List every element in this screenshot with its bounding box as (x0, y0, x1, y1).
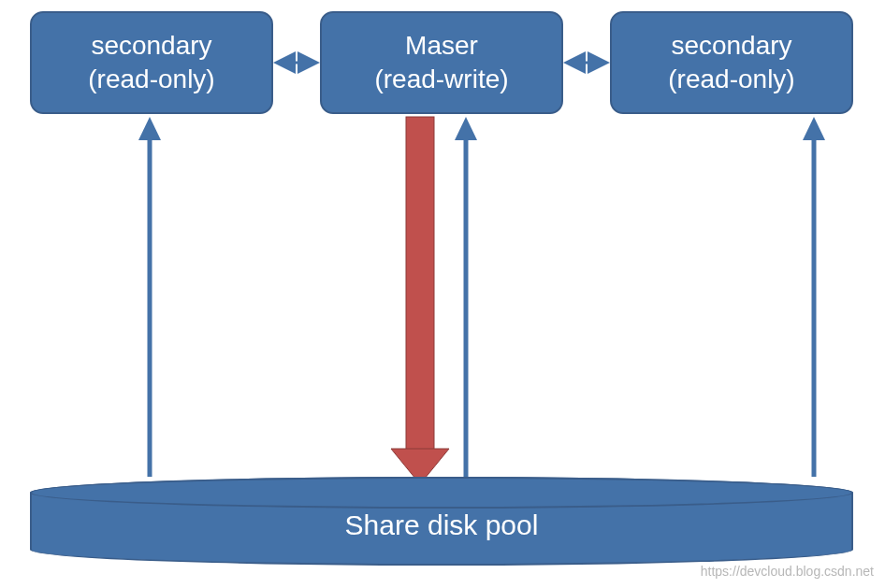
arrow-disk-to-master (455, 117, 477, 477)
secondary-right-title: secondary (671, 29, 791, 63)
share-disk-pool: Share disk pool (30, 477, 853, 566)
svg-marker-7 (803, 117, 825, 140)
arrow-disk-to-secondary-left (138, 117, 161, 477)
master-subtitle: (read-write) (374, 63, 508, 96)
disk-pool-label: Share disk pool (345, 509, 539, 541)
arrow-master-to-disk (391, 117, 449, 484)
master-title: Maser (405, 29, 478, 63)
svg-marker-3 (138, 117, 161, 140)
secondary-left-subtitle: (read-only) (88, 63, 214, 96)
svg-rect-8 (406, 117, 434, 453)
svg-marker-5 (455, 117, 477, 140)
secondary-left-box: secondary (read-only) (30, 11, 273, 114)
secondary-left-title: secondary (91, 29, 211, 63)
master-box: Maser (read-write) (320, 11, 563, 114)
secondary-right-box: secondary (read-only) (610, 11, 853, 114)
arrow-disk-to-secondary-right (803, 117, 825, 477)
secondary-right-subtitle: (read-only) (668, 63, 794, 96)
watermark: https://devcloud.blog.csdn.net (701, 564, 874, 579)
